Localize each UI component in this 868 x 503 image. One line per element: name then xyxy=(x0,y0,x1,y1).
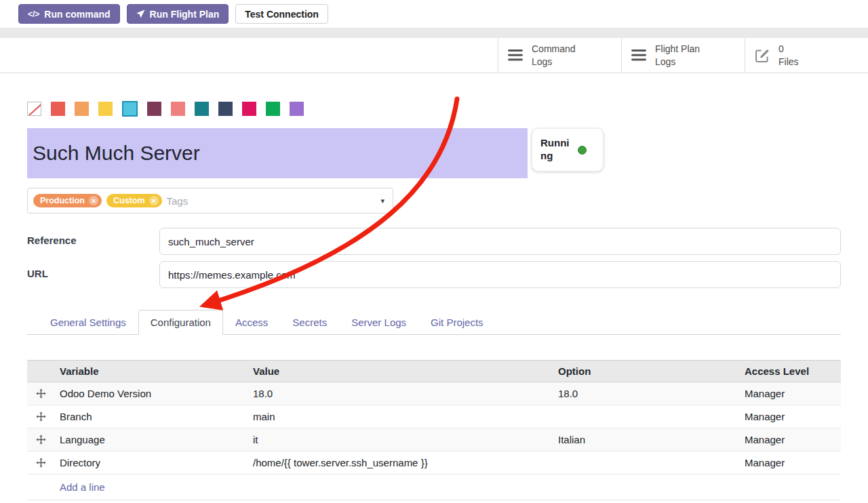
run-flight-plan-label: Run Flight Plan xyxy=(150,9,220,20)
url-label: URL xyxy=(27,261,159,288)
run-command-button[interactable]: </> Run command xyxy=(18,4,120,24)
top-action-bar: </> Run command Run Flight Plan Test Con… xyxy=(0,0,868,28)
reference-input[interactable] xyxy=(159,228,841,255)
color-swatch[interactable] xyxy=(242,102,256,116)
status-toggle[interactable]: Running xyxy=(532,128,604,172)
color-swatch[interactable] xyxy=(98,102,113,116)
reference-label: Reference xyxy=(27,228,159,255)
stat-line1: 0 xyxy=(778,43,784,54)
stat-line2: Logs xyxy=(655,56,675,67)
color-picker xyxy=(27,100,841,117)
color-swatch[interactable] xyxy=(218,102,233,116)
color-swatch[interactable] xyxy=(195,102,209,116)
tags-placeholder: Tags xyxy=(167,195,189,207)
tag-custom[interactable]: Custom × xyxy=(106,194,162,207)
cell-variable[interactable]: Odoo Demo Version xyxy=(54,388,248,399)
stat-button-flight-plan-logs[interactable]: Flight Plan Logs xyxy=(621,38,745,73)
header-access-level: Access Level xyxy=(739,365,841,377)
cell-variable[interactable]: Language xyxy=(54,434,248,445)
cell-variable[interactable]: Directory xyxy=(54,457,248,468)
form-sheet: Such Much Server Running Production × Cu… xyxy=(0,100,868,500)
stat-button-label: Flight Plan Logs xyxy=(655,43,700,67)
stat-line1: Flight Plan xyxy=(655,43,700,54)
color-swatch[interactable] xyxy=(51,102,65,116)
run-command-label: Run command xyxy=(44,9,110,20)
drag-handle-icon[interactable] xyxy=(27,458,54,468)
drag-handle-icon[interactable] xyxy=(27,388,54,399)
stat-line2: Files xyxy=(778,56,799,67)
separator-band xyxy=(0,28,868,38)
cell-option[interactable]: 18.0 xyxy=(553,388,739,399)
cell-access-level[interactable]: Manager xyxy=(739,411,841,422)
edit-icon xyxy=(755,48,770,63)
table-row[interactable]: Odoo Demo Version 18.0 18.0 Manager xyxy=(27,382,841,405)
table-header-row: Variable Value Option Access Level xyxy=(27,360,841,382)
table-row[interactable]: Language it Italian Manager xyxy=(27,428,841,451)
menu-icon xyxy=(631,49,646,61)
stat-button-label: 0 Files xyxy=(778,43,799,67)
chevron-down-icon[interactable]: ▾ xyxy=(380,197,384,205)
status-label: Running xyxy=(540,137,572,163)
field-row-url: URL xyxy=(27,261,841,288)
color-swatch[interactable] xyxy=(75,102,89,116)
stat-button-command-logs[interactable]: Command Logs xyxy=(498,38,621,73)
stat-line2: Logs xyxy=(532,56,552,67)
cell-access-level[interactable]: Manager xyxy=(739,388,841,399)
color-swatch[interactable] xyxy=(266,102,280,116)
color-swatch[interactable] xyxy=(171,102,185,116)
table-row[interactable]: Directory /home/{{ tower.server.ssh_user… xyxy=(27,451,841,475)
tag-label: Custom xyxy=(113,196,145,205)
test-connection-button[interactable]: Test Connection xyxy=(235,4,328,24)
tab-secrets[interactable]: Secrets xyxy=(280,310,339,335)
add-a-line-link[interactable]: Add a line xyxy=(60,481,105,493)
tag-remove-icon[interactable]: × xyxy=(89,196,98,205)
cell-value[interactable]: it xyxy=(248,434,553,445)
cell-value[interactable]: main xyxy=(248,411,553,422)
run-flight-plan-button[interactable]: Run Flight Plan xyxy=(127,4,229,24)
tab-server-logs[interactable]: Server Logs xyxy=(339,310,418,335)
cell-value[interactable]: /home/{{ tower.server.ssh_username }} xyxy=(248,457,553,468)
flight-plan-icon xyxy=(136,9,145,18)
cell-value[interactable]: 18.0 xyxy=(248,388,553,399)
tab-general-settings[interactable]: General Settings xyxy=(38,310,138,335)
color-swatch[interactable] xyxy=(147,102,161,116)
stat-button-label: Command Logs xyxy=(532,43,576,67)
cell-option[interactable]: Italian xyxy=(553,434,739,445)
cell-access-level[interactable]: Manager xyxy=(739,457,841,468)
url-input[interactable] xyxy=(159,261,841,288)
tab-configuration[interactable]: Configuration xyxy=(138,310,223,335)
tab-git-projects[interactable]: Git Projects xyxy=(418,310,496,335)
server-name-input[interactable]: Such Much Server xyxy=(27,128,528,178)
tab-access[interactable]: Access xyxy=(223,310,280,335)
tag-label: Production xyxy=(40,196,85,205)
color-swatch-selected[interactable] xyxy=(122,101,138,117)
header-value: Value xyxy=(248,365,553,377)
table-row[interactable]: Branch main Manager xyxy=(27,405,841,428)
cell-access-level[interactable]: Manager xyxy=(739,434,841,445)
stat-line1: Command xyxy=(532,43,576,54)
add-line-row: Add a line xyxy=(27,475,841,500)
header-variable: Variable xyxy=(54,365,248,377)
stat-button-files[interactable]: 0 Files xyxy=(745,38,868,73)
color-swatch[interactable] xyxy=(290,102,304,116)
stat-button-bar: Command Logs Flight Plan Logs 0 Files xyxy=(0,38,868,73)
field-row-reference: Reference xyxy=(27,228,841,255)
drag-handle-icon[interactable] xyxy=(27,411,54,422)
test-connection-label: Test Connection xyxy=(245,9,319,20)
title-row: Such Much Server Running xyxy=(27,128,841,178)
server-name-text: Such Much Server xyxy=(33,142,200,165)
tag-production[interactable]: Production × xyxy=(33,194,102,207)
code-icon: </> xyxy=(28,9,39,19)
notebook-tabs: General Settings Configuration Access Se… xyxy=(27,310,841,335)
header-option: Option xyxy=(553,365,739,377)
tag-remove-icon[interactable]: × xyxy=(149,196,159,205)
cell-variable[interactable]: Branch xyxy=(54,411,248,422)
tags-input[interactable]: Production × Custom × Tags ▾ xyxy=(27,188,393,214)
status-dot-icon xyxy=(578,146,587,155)
field-group: Reference URL xyxy=(27,228,841,288)
drag-handle-icon[interactable] xyxy=(27,435,54,445)
variables-table: Variable Value Option Access Level Odoo … xyxy=(27,360,841,500)
menu-icon xyxy=(508,49,523,61)
color-swatch-none[interactable] xyxy=(27,102,41,116)
